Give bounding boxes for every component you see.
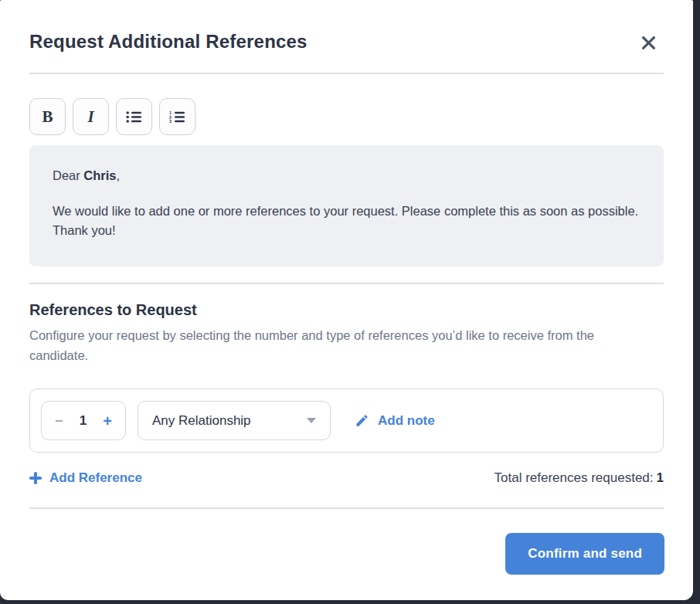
bullet-list-icon (126, 110, 142, 124)
editor-toolbar: B I 1 2 3 (0, 74, 693, 135)
bold-button[interactable]: B (29, 98, 66, 135)
plus-icon (29, 472, 42, 484)
modal-footer: Confirm and send (0, 509, 693, 575)
relationship-dropdown[interactable]: Any Relationship (138, 401, 331, 440)
recipient-name: Chris (83, 168, 116, 182)
message-greeting: Dear Chris, (53, 166, 641, 186)
close-icon (641, 41, 656, 53)
numbered-list-icon: 1 2 3 (169, 110, 185, 124)
close-button[interactable] (640, 34, 658, 52)
reference-row: − 1 + Any Relationship Add note (29, 389, 664, 453)
bullet-list-button[interactable] (116, 98, 152, 135)
message-body: We would like to add one or more referen… (53, 202, 641, 241)
add-reference-button[interactable]: Add Reference (29, 470, 142, 486)
section-heading: References to Request (29, 301, 664, 319)
request-references-modal: Request Additional References B I (0, 0, 693, 600)
modal-header: Request Additional References (0, 0, 693, 53)
quantity-value: 1 (80, 413, 87, 429)
bold-icon: B (42, 107, 53, 127)
add-note-button[interactable]: Add note (355, 413, 435, 429)
add-note-label: Add note (378, 413, 435, 429)
total-references: Total references requested:1 (494, 470, 664, 486)
total-references-label: Total references requested: (494, 470, 654, 485)
references-footer: Add Reference Total references requested… (29, 470, 664, 486)
message-editor[interactable]: Dear Chris, We would like to add one or … (29, 145, 664, 266)
numbered-list-button[interactable]: 1 2 3 (159, 98, 195, 135)
references-section: References to Request Configure your req… (0, 284, 693, 486)
modal-title: Request Additional References (29, 31, 308, 53)
increment-button[interactable]: + (101, 412, 114, 430)
add-reference-label: Add Reference (49, 470, 142, 486)
italic-icon: I (87, 107, 93, 127)
section-description: Configure your request by selecting the … (29, 326, 647, 365)
confirm-and-send-button[interactable]: Confirm and send (505, 533, 664, 575)
total-references-value: 1 (657, 470, 664, 485)
decrement-button[interactable]: − (53, 412, 65, 429)
italic-button[interactable]: I (73, 98, 109, 135)
quantity-stepper: − 1 + (41, 401, 126, 440)
pencil-icon (355, 413, 369, 428)
chevron-down-icon (307, 418, 316, 423)
svg-text:3: 3 (169, 119, 172, 124)
relationship-selected-value: Any Relationship (152, 413, 251, 429)
